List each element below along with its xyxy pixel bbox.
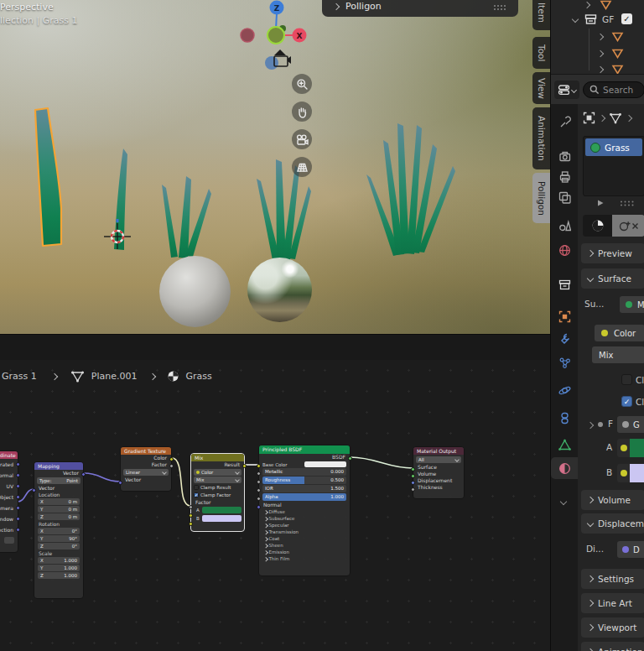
factor-row-label: F: [608, 419, 613, 429]
tab-material[interactable]: [551, 457, 578, 479]
panel-surface[interactable]: Surface: [581, 268, 644, 289]
specials-menu-icon[interactable]: [596, 199, 605, 207]
panel-preview[interactable]: Preview: [581, 243, 644, 263]
tab-modifiers[interactable]: [551, 327, 578, 349]
panel-viewport-display[interactable]: Viewport: [581, 617, 644, 638]
viewport-3d[interactable]: Perspective llection | Grass 1 Polligon …: [0, 0, 550, 334]
right-column: GF ✓: [550, 0, 644, 651]
tab-polligon[interactable]: Polligon: [532, 173, 550, 223]
tab-tool[interactable]: Tool: [532, 37, 550, 69]
zoom-button[interactable]: [292, 74, 312, 94]
mix-b-swatch[interactable]: [202, 515, 242, 522]
node-editor-canvas[interactable]: Grass 1 Plane.001 Grass Text: [0, 360, 550, 651]
panel-animation[interactable]: Animation: [581, 642, 644, 651]
grass-blade-selected: [35, 108, 61, 246]
a-color-row[interactable]: [617, 439, 644, 457]
tab-scene[interactable]: [551, 214, 578, 236]
outliner[interactable]: GF ✓: [551, 0, 644, 74]
material-datablock-row: [583, 215, 644, 237]
outliner-row-mesh[interactable]: [598, 49, 624, 59]
pan-hand-button[interactable]: [292, 102, 312, 122]
tab-object[interactable]: [551, 305, 578, 327]
panel-settings[interactable]: Settings: [581, 569, 644, 589]
polligon-panel-header[interactable]: Polligon: [322, 0, 518, 17]
b-color-swatch[interactable]: [630, 464, 644, 482]
svg-text:Z: Z: [274, 4, 280, 13]
tab-constraints[interactable]: [551, 407, 578, 429]
viewport-overlay-perspective: Perspective: [0, 2, 54, 13]
base-color-swatch[interactable]: [304, 461, 346, 467]
slot-material-name: Grass: [605, 143, 630, 153]
material-sphere-icon: [591, 219, 605, 232]
blend-mode-dropdown[interactable]: Mix: [592, 346, 644, 363]
grid-perspective-button[interactable]: [292, 157, 312, 177]
surface-row-label: Su...: [584, 299, 604, 309]
preview-sphere-gray: [159, 256, 231, 327]
displacement-row-label: Di...: [586, 544, 604, 554]
node-mapping[interactable]: Mapping Vector Type:Point Vector Locatio…: [34, 461, 84, 599]
b-row-label: B: [606, 467, 612, 477]
tab-world[interactable]: [551, 239, 578, 261]
tab-collection[interactable]: [551, 273, 578, 295]
tab-object-data[interactable]: [551, 434, 578, 456]
outliner-row-mesh[interactable]: [584, 0, 612, 10]
node-mix[interactable]: Mix Result Color Mix Clamp Result ✓Clamp…: [190, 453, 245, 532]
material-slot-list[interactable]: Grass: [583, 136, 644, 196]
node-gradient-texture[interactable]: Gradient Texture Color Factor Linear Vec…: [120, 446, 172, 492]
tab-view-layer[interactable]: [551, 186, 578, 208]
properties-editor-icon: [558, 84, 570, 96]
material-actions-group[interactable]: [612, 215, 644, 237]
node-material-output[interactable]: Material Output All Surface Volume Displ…: [413, 446, 465, 499]
slot-list-footer: [583, 199, 644, 207]
svg-text:X: X: [297, 32, 303, 40]
node-principled-bsdf[interactable]: Principled BSDF BSDF Base Color Metallic…: [258, 445, 351, 576]
unlink-icon: [631, 222, 639, 230]
node-texture-coordinate[interactable]: Texture Coordinate Generated Normal UV O…: [0, 450, 18, 553]
shader-editor-header: Object View Select Add Node Slot 1 Grass…: [0, 334, 550, 360]
search-input[interactable]: Search: [583, 81, 644, 98]
displacement-link-button[interactable]: D: [617, 541, 644, 558]
tab-tool[interactable]: [551, 111, 578, 133]
properties-breadcrumb: [583, 112, 636, 124]
cursor-3d: [104, 219, 131, 249]
camera-button[interactable]: [292, 129, 312, 149]
panel-volume[interactable]: Volume: [581, 490, 644, 510]
surface-shader-button[interactable]: M: [620, 296, 644, 313]
a-color-swatch[interactable]: [630, 439, 644, 457]
b-color-row[interactable]: [617, 464, 644, 482]
tab-physics[interactable]: [551, 379, 578, 401]
object-icon: [583, 112, 595, 124]
navigation-gizmo[interactable]: Z X: [237, 0, 317, 76]
tab-output[interactable]: [551, 165, 578, 187]
tab-view[interactable]: View: [532, 72, 550, 104]
editor-type-button[interactable]: [554, 81, 579, 99]
chevron-down-icon[interactable]: [561, 492, 566, 508]
color-socket-button[interactable]: Color: [595, 325, 644, 341]
browse-material-button[interactable]: [583, 215, 612, 237]
new-material-icon: [619, 220, 631, 232]
clamp-factor-checkbox[interactable]: ✓: [621, 396, 632, 407]
drag-dots-icon[interactable]: [493, 4, 506, 11]
tab-item[interactable]: Item: [532, 0, 550, 30]
factor-link-button[interactable]: G: [617, 416, 644, 433]
search-placeholder: Search: [603, 85, 633, 95]
tab-particles[interactable]: [551, 352, 578, 373]
factor-socket-dot: [598, 422, 603, 427]
blender-window: Perspective llection | Grass 1 Polligon …: [0, 0, 644, 651]
mesh-data-icon: [609, 112, 622, 124]
clamp-result-checkbox[interactable]: [621, 374, 632, 385]
outliner-row-mesh[interactable]: [598, 32, 624, 42]
drag-dots-icon[interactable]: [620, 200, 635, 207]
tab-animation[interactable]: Animation: [532, 107, 550, 169]
polligon-panel-label: Polligon: [345, 1, 382, 12]
outliner-row-collection[interactable]: GF ✓: [573, 13, 614, 25]
panel-displacement[interactable]: Displacement: [581, 513, 644, 534]
preview-sphere-hdri: [247, 258, 312, 322]
factor-expand-chevron[interactable]: [587, 422, 594, 429]
panel-line-art[interactable]: Line Art: [581, 593, 644, 613]
mix-a-swatch[interactable]: [202, 507, 242, 513]
properties-header: Search: [551, 74, 644, 104]
collection-checkbox[interactable]: ✓: [621, 13, 632, 24]
material-slot-selected[interactable]: Grass: [585, 138, 642, 156]
tab-render[interactable]: [551, 145, 578, 167]
